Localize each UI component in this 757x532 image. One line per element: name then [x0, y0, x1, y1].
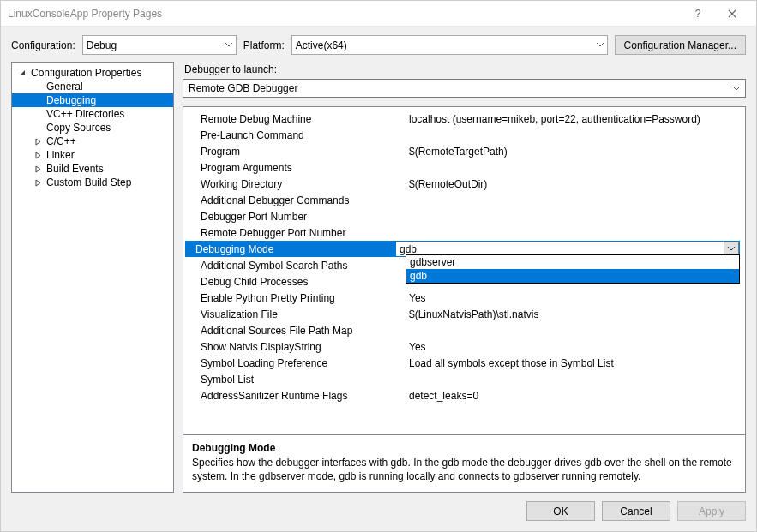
tree-item-label: C/C++ — [46, 135, 76, 147]
chevron-down-icon — [225, 43, 232, 47]
tree-item-label: VC++ Directories — [46, 108, 124, 120]
prop-value: Yes — [406, 341, 740, 353]
tree-item-c-cpp[interactable]: C/C++ — [12, 134, 173, 148]
prop-value: detect_leaks=0 — [406, 390, 740, 402]
prop-row-enable-python-pretty-printing[interactable]: Enable Python Pretty PrintingYes — [183, 290, 745, 306]
tree-root-label: Configuration Properties — [31, 67, 141, 79]
prop-label: Program Arguments — [195, 162, 406, 174]
expand-icon[interactable] — [34, 138, 43, 146]
prop-row-asan-runtime-flags[interactable]: AddressSanitizer Runtime Flagsdetect_lea… — [183, 387, 745, 403]
prop-row-additional-debugger-commands[interactable]: Additional Debugger Commands — [183, 192, 745, 208]
tree-root[interactable]: Configuration Properties — [12, 66, 173, 80]
dropdown-option-gdb[interactable]: gdb — [406, 269, 739, 283]
close-button[interactable] — [715, 3, 749, 25]
debugger-to-launch-select[interactable]: Remote GDB Debugger — [183, 79, 746, 98]
configuration-manager-button[interactable]: Configuration Manager... — [615, 35, 746, 55]
configuration-label: Configuration: — [11, 39, 75, 51]
collapse-icon[interactable] — [19, 69, 27, 77]
prop-label: Debug Child Processes — [195, 276, 406, 288]
prop-label: Show Natvis DisplayString — [195, 341, 406, 353]
prop-row-working-directory[interactable]: Working Directory$(RemoteOutDir) — [183, 176, 745, 192]
prop-label: Working Directory — [195, 178, 406, 190]
description-text: Specifies how the debugger interfaces wi… — [192, 456, 736, 483]
config-bar: Configuration: Debug Platform: Active(x6… — [1, 27, 756, 62]
platform-value: Active(x64) — [296, 39, 347, 51]
tree-item-label: Build Events — [46, 163, 104, 175]
prop-label: Additional Symbol Search Paths — [195, 260, 406, 272]
prop-row-symbol-loading-preference[interactable]: Symbol Loading PreferenceLoad all symbol… — [183, 355, 745, 371]
prop-label: Program — [195, 146, 406, 158]
prop-row-program-arguments[interactable]: Program Arguments — [183, 159, 745, 176]
dropdown-option-label: gdbserver — [410, 256, 455, 268]
tree-item-debugging[interactable]: Debugging — [12, 93, 173, 107]
prop-value: $(RemoteOutDir) — [406, 178, 740, 190]
prop-label: Symbol Loading Preference — [195, 357, 406, 369]
tree-item-general[interactable]: General — [12, 80, 173, 93]
help-button[interactable]: ? — [681, 3, 715, 25]
prop-label: Symbol List — [195, 374, 406, 386]
chevron-down-icon — [597, 43, 604, 47]
tree-item-label: Debugging — [46, 94, 96, 106]
expand-icon[interactable] — [34, 179, 43, 187]
prop-row-debugger-port-number[interactable]: Debugger Port Number — [183, 208, 745, 224]
expand-icon[interactable] — [34, 165, 43, 173]
prop-label: Debugging Mode — [185, 241, 395, 257]
platform-label: Platform: — [243, 39, 285, 51]
prop-row-program[interactable]: Program$(RemoteTargetPath) — [183, 143, 745, 159]
prop-row-symbol-list[interactable]: Symbol List — [183, 371, 745, 387]
prop-row-visualization-file[interactable]: Visualization File$(LinuxNatvisPath)\stl… — [183, 306, 745, 322]
prop-label: Additional Sources File Path Map — [195, 325, 406, 337]
expand-icon[interactable] — [34, 152, 43, 159]
tree-item-custom-build-step[interactable]: Custom Build Step — [12, 176, 173, 189]
prop-label: Debugger Port Number — [195, 211, 406, 223]
prop-row-additional-sources-file-path-map[interactable]: Additional Sources File Path Map — [183, 322, 745, 338]
dropdown-option-gdbserver[interactable]: gdbserver — [406, 255, 739, 269]
debugger-to-launch-value: Remote GDB Debugger — [189, 82, 297, 94]
configuration-value: Debug — [87, 39, 117, 51]
prop-label: Pre-Launch Command — [195, 129, 406, 141]
window-title: LinuxConsoleApp Property Pages — [8, 8, 681, 20]
prop-label: Remote Debugger Port Number — [195, 227, 406, 239]
close-icon — [728, 9, 736, 18]
tree-item-copy-sources[interactable]: Copy Sources — [12, 121, 173, 134]
config-tree[interactable]: Configuration Properties General Debuggi… — [11, 62, 174, 493]
prop-value: $(LinuxNatvisPath)\stl.natvis — [406, 308, 740, 320]
property-grid-container: Remote Debug Machinelocalhost (username=… — [183, 106, 746, 493]
property-description: Debugging Mode Specifies how the debugge… — [183, 434, 745, 492]
titlebar: LinuxConsoleApp Property Pages ? — [1, 1, 756, 27]
tree-item-label: Linker — [46, 149, 75, 161]
debugging-mode-dropdown[interactable]: gdbserver gdb — [406, 254, 740, 284]
debugger-to-launch-label: Debugger to launch: — [183, 62, 746, 79]
ok-label: OK — [553, 505, 568, 517]
prop-value: $(RemoteTargetPath) — [406, 146, 740, 158]
prop-row-remote-debug-machine[interactable]: Remote Debug Machinelocalhost (username=… — [183, 111, 745, 127]
prop-row-pre-launch-command[interactable]: Pre-Launch Command — [183, 127, 745, 143]
chevron-down-icon — [733, 87, 740, 91]
description-title: Debugging Mode — [192, 442, 736, 454]
platform-select[interactable]: Active(x64) — [291, 35, 608, 55]
prop-label: Additional Debugger Commands — [195, 194, 406, 206]
configuration-manager-label: Configuration Manager... — [624, 39, 736, 51]
dialog-body: Configuration Properties General Debuggi… — [1, 62, 756, 493]
tree-item-linker[interactable]: Linker — [12, 148, 173, 162]
tree-item-vcpp-directories[interactable]: VC++ Directories — [12, 107, 173, 121]
property-grid[interactable]: Remote Debug Machinelocalhost (username=… — [183, 107, 745, 434]
prop-row-remote-debugger-port-number[interactable]: Remote Debugger Port Number — [183, 224, 745, 241]
dropdown-option-label: gdb — [410, 270, 427, 282]
prop-value: Yes — [406, 292, 740, 304]
prop-label: Remote Debug Machine — [195, 113, 406, 125]
cancel-button[interactable]: Cancel — [602, 501, 670, 521]
prop-label: Enable Python Pretty Printing — [195, 292, 406, 304]
right-pane: Debugger to launch: Remote GDB Debugger … — [183, 62, 746, 493]
prop-row-show-natvis-displaystring[interactable]: Show Natvis DisplayStringYes — [183, 338, 745, 355]
apply-label: Apply — [699, 505, 724, 517]
prop-value: localhost (username=mikeb, port=22, auth… — [406, 113, 740, 125]
prop-value: gdb — [400, 243, 417, 255]
apply-button[interactable]: Apply — [677, 501, 746, 521]
prop-label: Visualization File — [195, 308, 406, 320]
tree-item-label: General — [46, 81, 83, 93]
ok-button[interactable]: OK — [526, 501, 595, 521]
configuration-select[interactable]: Debug — [82, 35, 237, 55]
tree-item-build-events[interactable]: Build Events — [12, 162, 173, 176]
tree-item-label: Copy Sources — [46, 122, 111, 134]
